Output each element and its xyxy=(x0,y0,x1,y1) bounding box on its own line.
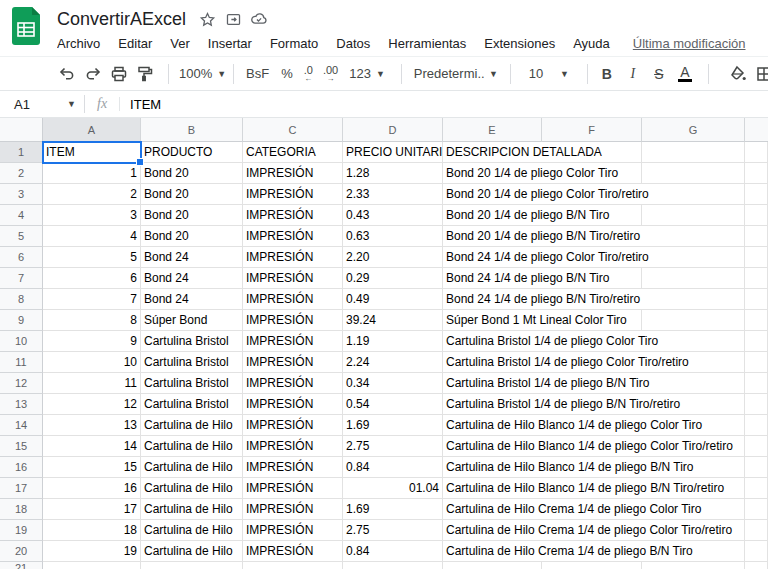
cell-item[interactable]: 3 xyxy=(43,205,141,226)
font-size-select[interactable]: 10▼ xyxy=(519,62,579,86)
cell-price[interactable]: 0.63 xyxy=(343,226,443,247)
text-color-button[interactable]: A xyxy=(674,62,696,86)
cell-category[interactable]: IMPRESIÓN xyxy=(243,184,343,205)
cell-price[interactable]: 1.69 xyxy=(343,415,443,436)
sheets-logo-icon[interactable] xyxy=(12,7,40,45)
zoom-select[interactable]: 100%▼ xyxy=(177,62,225,86)
row-header[interactable]: 8 xyxy=(0,289,43,310)
row-header[interactable]: 18 xyxy=(0,499,43,520)
cell-empty[interactable] xyxy=(745,352,768,373)
row-header[interactable]: 14 xyxy=(0,415,43,436)
cell-empty[interactable] xyxy=(745,394,768,415)
cell-product[interactable]: Cartulina de Hilo xyxy=(141,436,243,457)
cell-category[interactable]: IMPRESIÓN xyxy=(243,520,343,541)
cell-item[interactable]: 6 xyxy=(43,268,141,289)
cell-item[interactable]: 4 xyxy=(43,226,141,247)
cell-item[interactable]: 15 xyxy=(43,457,141,478)
cell-price[interactable]: 0.54 xyxy=(343,394,443,415)
cell-price[interactable]: 2.75 xyxy=(343,436,443,457)
cell-empty[interactable] xyxy=(745,247,768,268)
cell-empty[interactable] xyxy=(642,562,745,569)
redo-icon[interactable] xyxy=(82,62,104,86)
cell-category[interactable]: IMPRESIÓN xyxy=(243,457,343,478)
row-header[interactable]: 1 xyxy=(0,142,43,163)
cell-category[interactable]: IMPRESIÓN xyxy=(243,415,343,436)
cell-price[interactable]: 0.34 xyxy=(343,373,443,394)
row-header[interactable]: 3 xyxy=(0,184,43,205)
cell-description[interactable]: Súper Bond 1 Mt Lineal Color Tiro xyxy=(443,310,542,331)
column-header-e[interactable]: E xyxy=(443,118,542,142)
cell-category[interactable]: IMPRESIÓN xyxy=(243,247,343,268)
cell-description[interactable]: Cartulina Bristol 1/4 de pliego Color Ti… xyxy=(443,352,542,373)
column-header-b[interactable]: B xyxy=(141,118,243,142)
row-header[interactable]: 7 xyxy=(0,268,43,289)
cell-empty[interactable] xyxy=(642,289,745,310)
cell-empty[interactable] xyxy=(745,310,768,331)
cell-price[interactable]: 2.20 xyxy=(343,247,443,268)
menu-item-ayuda[interactable]: Ayuda xyxy=(564,34,619,53)
cell-product[interactable]: Bond 20 xyxy=(141,163,243,184)
cell-product[interactable]: Cartulina de Hilo xyxy=(141,520,243,541)
menu-item-formato[interactable]: Formato xyxy=(261,34,327,53)
cell-price[interactable]: 2.75 xyxy=(343,520,443,541)
column-header-partial[interactable] xyxy=(745,118,768,142)
row-header[interactable]: 12 xyxy=(0,373,43,394)
cell-empty[interactable] xyxy=(642,142,745,163)
cell-description[interactable]: Bond 24 1/4 de pliego B/N Tiro xyxy=(443,268,542,289)
number-format-menu[interactable]: 123▼ xyxy=(345,62,389,86)
cell-price[interactable]: 1.19 xyxy=(343,331,443,352)
cell-description[interactable]: Bond 20 1/4 de pliego B/N Tiro/retiro xyxy=(443,226,542,247)
cell-price[interactable]: 2.33 xyxy=(343,184,443,205)
cell-category[interactable]: IMPRESIÓN xyxy=(243,268,343,289)
undo-icon[interactable] xyxy=(56,62,78,86)
cell-item[interactable]: 7 xyxy=(43,289,141,310)
cell-description[interactable]: Cartulina de Hilo Blanco 1/4 de pliego C… xyxy=(443,436,542,457)
cell-product[interactable]: Bond 24 xyxy=(141,247,243,268)
cell-price[interactable]: 01.04 xyxy=(343,478,443,499)
cell-empty[interactable] xyxy=(141,562,243,569)
font-select[interactable]: Predetermi...▼ xyxy=(410,62,502,86)
cell-description[interactable]: Cartulina Bristol 1/4 de pliego B/N Tiro… xyxy=(443,394,542,415)
cell-product[interactable]: Súper Bond xyxy=(141,310,243,331)
cell-item[interactable]: 9 xyxy=(43,331,141,352)
cell-product[interactable]: Cartulina de Hilo xyxy=(141,478,243,499)
cell-empty[interactable] xyxy=(745,478,768,499)
row-header[interactable]: 11 xyxy=(0,352,43,373)
cell-price[interactable]: 0.84 xyxy=(343,541,443,562)
borders-icon[interactable] xyxy=(753,62,768,86)
select-all-corner[interactable] xyxy=(0,118,43,142)
cell-category[interactable]: IMPRESIÓN xyxy=(243,436,343,457)
cell-item[interactable]: 19 xyxy=(43,541,141,562)
decrease-decimal-button[interactable]: .0← xyxy=(301,62,316,86)
cell-header-descripcion[interactable]: DESCRIPCION DETALLADA xyxy=(443,142,542,163)
currency-format-button[interactable]: BsF xyxy=(242,62,273,86)
row-header[interactable]: 5 xyxy=(0,226,43,247)
cell-description[interactable]: Cartulina de Hilo Crema 1/4 de pliego Co… xyxy=(443,520,542,541)
cell-category[interactable]: IMPRESIÓN xyxy=(243,499,343,520)
last-modified-link[interactable]: Última modificación xyxy=(633,36,746,51)
cell-description[interactable]: Cartulina de Hilo Blanco 1/4 de pliego B… xyxy=(443,457,542,478)
move-folder-icon[interactable] xyxy=(222,8,244,30)
row-header[interactable]: 4 xyxy=(0,205,43,226)
cell-empty[interactable] xyxy=(745,520,768,541)
menu-item-archivo[interactable]: Archivo xyxy=(57,34,109,53)
cell-product[interactable]: Cartulina Bristol xyxy=(141,331,243,352)
cell-empty[interactable] xyxy=(43,562,141,569)
column-header-a[interactable]: A xyxy=(43,118,141,142)
cell-category[interactable]: IMPRESIÓN xyxy=(243,289,343,310)
cell-header-categoria[interactable]: CATEGORIA xyxy=(243,142,343,163)
cell-empty[interactable] xyxy=(745,415,768,436)
bold-button[interactable]: B xyxy=(596,62,618,86)
cell-item[interactable]: 17 xyxy=(43,499,141,520)
cell-description[interactable]: Cartulina de Hilo Blanco 1/4 de pliego C… xyxy=(443,415,542,436)
cell-empty[interactable] xyxy=(243,562,343,569)
cloud-saved-icon[interactable] xyxy=(248,8,270,30)
cell-price[interactable]: 0.43 xyxy=(343,205,443,226)
row-header[interactable]: 19 xyxy=(0,520,43,541)
cell-empty[interactable] xyxy=(642,310,745,331)
cell-empty[interactable] xyxy=(745,163,768,184)
cell-description[interactable]: Bond 20 1/4 de pliego Color Tiro/retiro xyxy=(443,184,542,205)
cell-product[interactable]: Cartulina Bristol xyxy=(141,394,243,415)
cell-category[interactable]: IMPRESIÓN xyxy=(243,205,343,226)
cell-empty[interactable] xyxy=(745,541,768,562)
